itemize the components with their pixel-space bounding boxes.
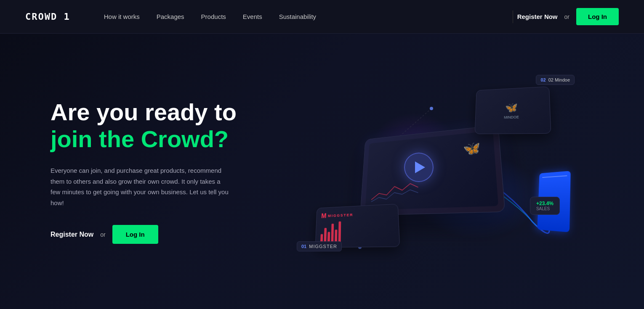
nav-links: How it works Packages Products Events Su… <box>104 13 508 20</box>
hero-section: Are you ready to join the Crowd? Everyon… <box>0 34 644 309</box>
hero-illustration: 🦋 🦋 MINDOE <box>269 66 602 277</box>
hero-or-text: or <box>100 231 105 238</box>
play-button[interactable] <box>404 153 434 182</box>
miggster-logo-icon: M <box>321 212 327 219</box>
miggster-device: M MIGGSTER <box>315 203 400 248</box>
mindoe-icon: 🦋 <box>505 101 518 113</box>
nav-or-text: or <box>564 13 569 20</box>
hero-actions: Register Now or Log In <box>51 225 269 244</box>
hero-login-button[interactable]: Log In <box>112 225 158 244</box>
svg-point-3 <box>430 107 433 110</box>
mindoe-device-inner: 🦋 MINDOE <box>504 101 519 119</box>
nav-link-events[interactable]: Events <box>243 13 262 20</box>
chart-bar-1 <box>320 234 323 242</box>
mindoe-label: MINDOE <box>504 115 519 119</box>
miggster-logo-text: MIGGSTER <box>328 213 354 218</box>
chart-bar-5 <box>335 230 337 242</box>
screen-graph <box>371 177 418 204</box>
hero-register-link[interactable]: Register Now <box>51 231 93 238</box>
miggster-tag-label: MIGGSTER <box>309 244 337 249</box>
chart-bar-3 <box>327 232 330 242</box>
hero-title-line1: Are you ready to <box>51 99 269 126</box>
miggster-device-content: M MIGGSTER <box>320 211 353 242</box>
stats-card: +23.4% SALES <box>530 197 560 215</box>
stats-label: SALES <box>536 206 554 211</box>
stats-value: +23.4% <box>536 201 554 206</box>
nav-link-products[interactable]: Products <box>201 13 226 20</box>
nav-link-sustainability[interactable]: Sustainability <box>279 13 316 20</box>
chart-bar-4 <box>331 223 334 242</box>
miggster-chart <box>320 221 353 242</box>
nav-link-how-it-works[interactable]: How it works <box>104 13 140 20</box>
mindoe-tag-number: 02 <box>540 77 546 82</box>
miggster-tag: 01 MIGGSTER <box>297 241 342 251</box>
nav-login-button[interactable]: Log In <box>576 8 619 25</box>
nav-register-link[interactable]: Register Now <box>517 13 558 20</box>
nav-link-packages[interactable]: Packages <box>157 13 184 20</box>
hero-description: Everyone can join, and purchase great pr… <box>51 165 232 208</box>
hero-title-line2: join the Crowd? <box>51 126 269 153</box>
chart-bar-2 <box>324 228 327 242</box>
mindoe-device: 🦋 MINDOE <box>475 86 551 134</box>
nav-divider <box>513 11 513 23</box>
mindoe-tag-label: 02 Mindoe <box>548 77 570 82</box>
hero-content: Are you ready to join the Crowd? Everyon… <box>51 99 269 244</box>
nav-actions: Register Now or Log In <box>517 8 619 25</box>
miggster-logo: M MIGGSTER <box>321 211 353 219</box>
logo[interactable]: CROWD 1 <box>25 11 70 22</box>
mindoe-tag: 02 02 Mindoe <box>536 75 575 85</box>
chart-bar-6 <box>338 221 341 242</box>
miggster-tag-number: 01 <box>301 244 306 249</box>
flame-icon: 🦋 <box>463 140 481 156</box>
navbar: CROWD 1 How it works Packages Products E… <box>0 0 644 34</box>
play-triangle-icon <box>415 161 425 173</box>
illustration-wrapper: 🦋 🦋 MINDOE <box>288 71 583 272</box>
